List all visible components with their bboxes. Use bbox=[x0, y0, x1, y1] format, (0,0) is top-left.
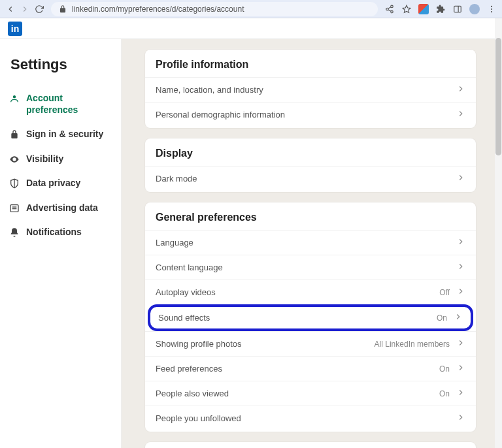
setting-label: Feed preferences bbox=[156, 364, 222, 374]
sidebar-item-label: Visibility bbox=[26, 153, 63, 165]
setting-row-people-you-unfollowed[interactable]: People you unfollowed bbox=[145, 406, 476, 430]
setting-value: Off bbox=[439, 288, 450, 297]
setting-label: Dark mode bbox=[156, 174, 197, 184]
forward-icon[interactable] bbox=[20, 4, 30, 14]
chevron-right-icon bbox=[456, 287, 465, 298]
settings-content[interactable]: Profile informationName, location, and i… bbox=[122, 39, 502, 448]
scrollbar-track[interactable] bbox=[495, 18, 502, 448]
linkedin-logo-icon[interactable]: in bbox=[8, 22, 22, 36]
url-text: linkedin.com/mypreferences/d/categories/… bbox=[72, 5, 244, 14]
section-display: DisplayDark mode bbox=[145, 138, 476, 192]
profile-avatar-icon[interactable] bbox=[469, 4, 480, 14]
sidebar-item-account-preferences[interactable]: Account preferences bbox=[9, 86, 112, 122]
chevron-right-icon bbox=[454, 312, 463, 323]
setting-row-content-language[interactable]: Content language bbox=[145, 255, 476, 280]
browser-actions bbox=[384, 4, 497, 14]
setting-row-feed-preferences[interactable]: Feed preferencesOn bbox=[145, 356, 476, 381]
page-title: Settings bbox=[10, 56, 112, 73]
reload-icon[interactable] bbox=[34, 4, 44, 14]
setting-label: Personal demographic information bbox=[156, 110, 285, 120]
svg-point-3 bbox=[491, 5, 492, 7]
chevron-right-icon bbox=[456, 388, 465, 399]
app-header: in bbox=[0, 18, 502, 39]
share-icon[interactable] bbox=[384, 4, 395, 14]
setting-row-autoplay-videos[interactable]: Autoplay videosOff bbox=[145, 280, 476, 304]
setting-row-name-location-and-industry[interactable]: Name, location, and industry bbox=[145, 77, 476, 102]
chevron-right-icon bbox=[456, 84, 465, 95]
chevron-right-icon bbox=[456, 262, 465, 273]
svg-marker-0 bbox=[403, 5, 410, 12]
setting-row-people-also-viewed[interactable]: People also viewedOn bbox=[145, 381, 476, 406]
sidebar-item-label: Sign in & security bbox=[26, 129, 103, 140]
setting-value-group: On bbox=[437, 312, 463, 323]
svg-point-5 bbox=[491, 11, 492, 12]
setting-label: Content language bbox=[156, 263, 223, 272]
setting-row-sound-effects[interactable]: Sound effectsOn bbox=[148, 304, 473, 331]
extensions-icon[interactable] bbox=[435, 4, 446, 14]
sidebar-item-visibility[interactable]: Visibility bbox=[9, 147, 112, 172]
chevron-right-icon bbox=[456, 413, 465, 424]
user-icon bbox=[9, 93, 20, 104]
section-profile-information: Profile informationName, location, and i… bbox=[145, 50, 476, 128]
settings-sidebar: Settings Account preferencesSign in & se… bbox=[0, 39, 122, 448]
sidebar-item-label: Data privacy bbox=[26, 178, 80, 189]
setting-label: Showing profile photos bbox=[156, 339, 242, 349]
kebab-menu-icon[interactable] bbox=[486, 4, 497, 14]
setting-label: Sound effects bbox=[158, 313, 210, 323]
section-title: Syncing options bbox=[145, 442, 476, 448]
sidebar-item-advertising-data[interactable]: Advertising data bbox=[9, 196, 112, 221]
bell-icon bbox=[9, 227, 20, 238]
sidebar-item-label: Account preferences bbox=[26, 93, 112, 116]
setting-value: On bbox=[439, 389, 450, 398]
setting-value-group bbox=[456, 109, 465, 120]
shield-icon bbox=[9, 178, 20, 189]
secure-lock-icon bbox=[58, 4, 68, 14]
setting-label: People also viewed bbox=[156, 389, 229, 398]
extension-translate-icon[interactable] bbox=[418, 4, 429, 14]
setting-value-group bbox=[456, 413, 465, 424]
setting-value: On bbox=[439, 364, 450, 374]
setting-value-group bbox=[456, 173, 465, 184]
setting-row-dark-mode[interactable]: Dark mode bbox=[145, 166, 476, 191]
scrollbar-thumb[interactable] bbox=[495, 38, 501, 155]
setting-value-group bbox=[456, 262, 465, 273]
eye-icon bbox=[9, 154, 20, 165]
svg-rect-1 bbox=[454, 6, 461, 12]
newspaper-icon bbox=[9, 203, 20, 214]
browser-toolbar: linkedin.com/mypreferences/d/categories/… bbox=[0, 0, 502, 18]
setting-label: Language bbox=[156, 238, 193, 248]
page-body: Settings Account preferencesSign in & se… bbox=[0, 39, 502, 448]
setting-value-group: Off bbox=[439, 287, 465, 298]
sidebar-item-sign-in-security[interactable]: Sign in & security bbox=[9, 122, 112, 147]
sidebar-item-data-privacy[interactable]: Data privacy bbox=[9, 171, 112, 196]
lock-icon bbox=[9, 129, 20, 140]
svg-point-7 bbox=[13, 95, 16, 98]
sidebar-item-notifications[interactable]: Notifications bbox=[9, 220, 112, 245]
chevron-right-icon bbox=[456, 109, 465, 120]
section-syncing-options: Syncing optionsSync calendarSync contact… bbox=[145, 442, 476, 448]
sidebar-item-label: Notifications bbox=[26, 227, 82, 238]
setting-value-group bbox=[456, 84, 465, 95]
setting-value-group: All LinkedIn members bbox=[375, 338, 465, 349]
star-icon[interactable] bbox=[401, 4, 412, 14]
address-bar[interactable]: linkedin.com/mypreferences/d/categories/… bbox=[51, 2, 378, 16]
section-title: Display bbox=[145, 138, 476, 166]
setting-label: Name, location, and industry bbox=[156, 85, 263, 95]
chevron-right-icon bbox=[456, 237, 465, 248]
panel-icon[interactable] bbox=[452, 4, 463, 14]
setting-row-showing-profile-photos[interactable]: Showing profile photosAll LinkedIn membe… bbox=[145, 331, 476, 356]
back-icon[interactable] bbox=[5, 4, 16, 14]
chevron-right-icon bbox=[456, 338, 465, 349]
section-general-preferences: General preferencesLanguageContent langu… bbox=[145, 202, 476, 432]
setting-value-group: On bbox=[439, 363, 465, 374]
section-title: General preferences bbox=[145, 202, 476, 230]
chevron-right-icon bbox=[456, 363, 465, 374]
setting-value: On bbox=[437, 313, 447, 323]
setting-value: All LinkedIn members bbox=[375, 340, 450, 349]
section-title: Profile information bbox=[145, 50, 476, 77]
setting-row-personal-demographic-information[interactable]: Personal demographic information bbox=[145, 102, 476, 127]
setting-label: Autoplay videos bbox=[156, 287, 216, 297]
setting-value-group bbox=[456, 237, 465, 248]
setting-row-language[interactable]: Language bbox=[145, 230, 476, 255]
svg-point-4 bbox=[491, 8, 492, 9]
